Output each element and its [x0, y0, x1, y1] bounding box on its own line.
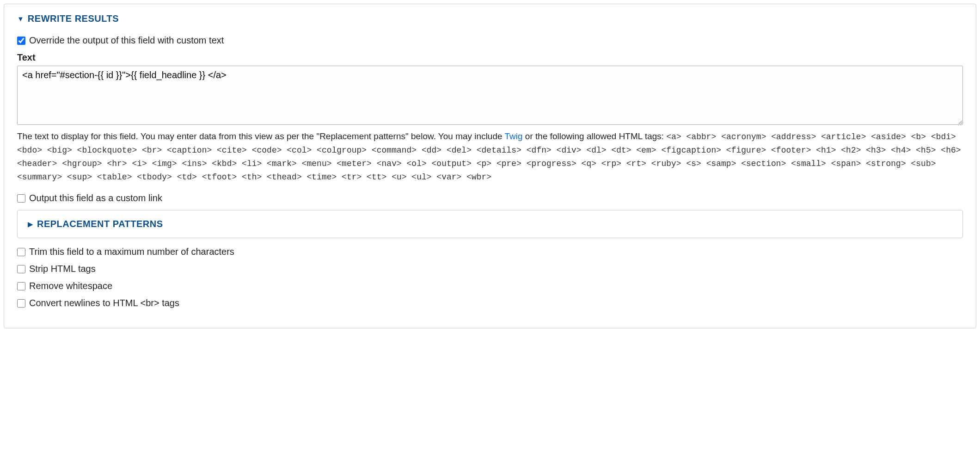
- text-field-description: The text to display for this field. You …: [17, 130, 963, 184]
- text-field-input[interactable]: [17, 66, 963, 125]
- convert-newlines-checkbox[interactable]: [17, 299, 25, 308]
- strip-html-row: Strip HTML tags: [17, 264, 963, 274]
- text-field-label: Text: [17, 52, 963, 63]
- description-middle: or the following allowed HTML tags:: [523, 131, 667, 141]
- caret-right-icon: ▶: [28, 220, 33, 228]
- replacement-patterns-title: REPLACEMENT PATTERNS: [37, 219, 163, 229]
- custom-link-row: Output this field as a custom link: [17, 193, 963, 203]
- rewrite-results-panel: ▼ REWRITE RESULTS Override the output of…: [4, 4, 976, 328]
- override-output-checkbox[interactable]: [17, 37, 25, 45]
- strip-html-checkbox[interactable]: [17, 265, 25, 273]
- convert-newlines-row: Convert newlines to HTML <br> tags: [17, 298, 963, 308]
- rewrite-results-toggle[interactable]: ▼ REWRITE RESULTS: [17, 13, 963, 24]
- remove-whitespace-row: Remove whitespace: [17, 281, 963, 291]
- replacement-patterns-panel: ▶ REPLACEMENT PATTERNS: [17, 210, 963, 238]
- custom-link-checkbox[interactable]: [17, 194, 25, 203]
- override-output-label[interactable]: Override the output of this field with c…: [29, 35, 224, 46]
- strip-html-label[interactable]: Strip HTML tags: [29, 264, 96, 274]
- twig-link[interactable]: Twig: [505, 131, 523, 141]
- trim-checkbox[interactable]: [17, 248, 25, 256]
- trim-row: Trim this field to a maximum number of c…: [17, 246, 963, 257]
- caret-down-icon: ▼: [17, 15, 24, 22]
- replacement-patterns-toggle[interactable]: ▶ REPLACEMENT PATTERNS: [28, 219, 952, 229]
- trim-label[interactable]: Trim this field to a maximum number of c…: [29, 246, 234, 257]
- description-prefix: The text to display for this field. You …: [17, 131, 505, 141]
- section-title: REWRITE RESULTS: [28, 13, 119, 24]
- convert-newlines-label[interactable]: Convert newlines to HTML <br> tags: [29, 298, 179, 308]
- override-output-row: Override the output of this field with c…: [17, 35, 963, 46]
- custom-link-label[interactable]: Output this field as a custom link: [29, 193, 162, 203]
- remove-whitespace-label[interactable]: Remove whitespace: [29, 281, 112, 291]
- remove-whitespace-checkbox[interactable]: [17, 282, 25, 290]
